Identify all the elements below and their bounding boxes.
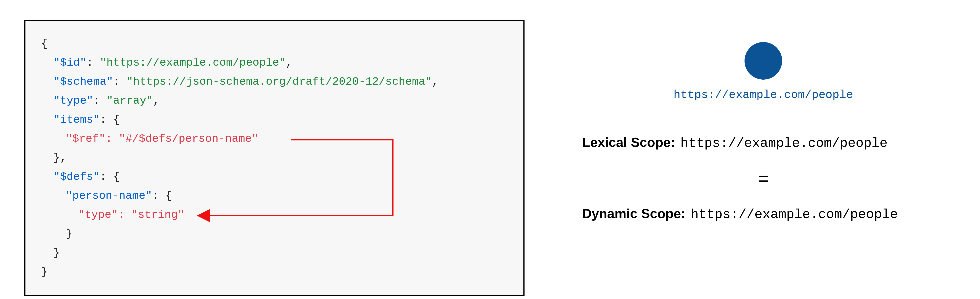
key-items: "items"	[53, 114, 100, 126]
code-line-ref: "$ref": "#/$defs/person-name"	[41, 130, 508, 149]
key-type: "type"	[53, 95, 93, 107]
key-schema: "$schema"	[53, 75, 113, 88]
code-line: "person-name": {	[41, 187, 508, 206]
code-line: "$id": "https://example.com/people",	[41, 53, 508, 72]
code-line: "$schema": "https://json-schema.org/draf…	[41, 72, 508, 91]
code-line: },	[41, 149, 508, 168]
lexical-scope-row: Lexical Scope: https://example.com/peopl…	[573, 134, 953, 151]
code-line: }	[41, 244, 508, 263]
code-line: {	[41, 34, 508, 53]
key-defs: "$defs"	[53, 171, 100, 183]
code-line-target: "type": "string"	[41, 206, 508, 225]
schema-node-icon	[745, 42, 782, 80]
lexical-scope-label: Lexical Scope:	[582, 134, 675, 150]
val-schema: "https://json-schema.org/draft/2020-12/s…	[126, 75, 432, 88]
code-line: "items": {	[41, 110, 508, 130]
code-line: "$defs": {	[41, 168, 508, 187]
val-inner-type: "string"	[131, 209, 185, 221]
key-inner-type: "type"	[78, 209, 118, 221]
key-ref: "$ref"	[66, 133, 105, 145]
key-id: "$id"	[53, 56, 86, 69]
scope-panel: https://example.com/people Lexical Scope…	[573, 20, 953, 222]
dynamic-scope-row: Dynamic Scope: https://example.com/peopl…	[573, 206, 953, 222]
val-type: "array"	[107, 95, 153, 107]
lexical-scope-value: https://example.com/people	[680, 136, 888, 151]
code-panel: { "$id": "https://example.com/people", "…	[24, 20, 525, 296]
equals-sign: =	[573, 168, 953, 189]
val-id: "https://example.com/people"	[100, 56, 286, 69]
key-person: "person-name"	[66, 190, 152, 202]
dynamic-scope-value: https://example.com/people	[691, 207, 898, 222]
code-line: "type": "array",	[41, 91, 508, 110]
code-line: }	[41, 263, 508, 282]
val-ref: "#/$defs/person-name"	[119, 133, 258, 145]
dynamic-scope-label: Dynamic Scope:	[582, 206, 686, 221]
schema-node-label: https://example.com/people	[673, 89, 853, 101]
code-line: }	[41, 225, 508, 244]
